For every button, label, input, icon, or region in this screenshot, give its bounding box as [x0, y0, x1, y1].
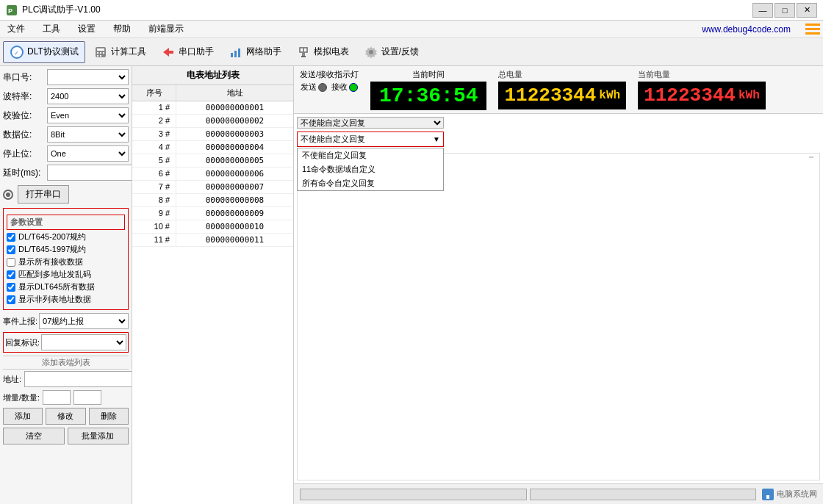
bottom-bar: 电脑系统网: [294, 483, 823, 504]
dropdown-item-2[interactable]: 11命令数据域自定义: [298, 162, 443, 176]
table-row[interactable]: 9 # 000000000009: [132, 207, 293, 220]
time-section: 当前时间 17:36:54: [370, 69, 486, 110]
event-select[interactable]: 07规约上报: [39, 313, 129, 329]
current-energy-label: 当前电量: [638, 69, 766, 80]
table-row[interactable]: 1 # 000000000001: [132, 101, 293, 115]
serial-select[interactable]: [47, 69, 129, 85]
serial-row: 串口号:: [3, 69, 129, 85]
add-button[interactable]: 添加: [3, 408, 43, 425]
checkbox-2007-input[interactable]: [7, 233, 15, 242]
checkbox-nonlist-input[interactable]: [7, 295, 15, 304]
toolbar-serial[interactable]: 串口助手: [154, 41, 220, 63]
table-row[interactable]: 7 # 000000000007: [132, 181, 293, 194]
time-display: 17:36:54: [370, 82, 486, 110]
table-row[interactable]: 2 # 000000000002: [132, 115, 293, 128]
table-row[interactable]: 3 # 000000000003: [132, 128, 293, 141]
checkbox-showall-label: 显示所有接收数据: [18, 256, 83, 267]
toolbar-settings[interactable]: 设置/反馈: [357, 41, 425, 63]
checkbox-1997-input[interactable]: [7, 245, 15, 254]
toolbar-meter[interactable]: 模拟电表: [290, 41, 356, 63]
menu-settings[interactable]: 设置: [73, 21, 100, 37]
action-row1: 添加 修改 删除: [3, 408, 129, 425]
svg-rect-23: [766, 495, 769, 499]
checkbox-nonlist-label: 显示非列表地址数据: [18, 294, 91, 305]
cell-num: 10 #: [132, 220, 176, 233]
stopbits-select[interactable]: One: [47, 145, 129, 162]
clear-button[interactable]: 清空: [3, 428, 65, 444]
svg-rect-7: [100, 52, 101, 54]
dropdown-header[interactable]: 不使能自定义回复 ▼: [297, 132, 444, 147]
menu-url: www.debug4code.com: [702, 24, 791, 35]
current-energy-value: 11223344: [644, 84, 736, 107]
addr-label: 地址:: [3, 374, 21, 385]
table-row[interactable]: 5 # 000000000005: [132, 154, 293, 168]
table-row[interactable]: 6 # 000000000006: [132, 168, 293, 181]
dropdown-item-3[interactable]: 所有命令自定义回复: [298, 176, 443, 190]
parity-label: 校验位:: [3, 109, 47, 122]
total-energy-unit: kWh: [599, 89, 620, 102]
current-energy-display: 11223344 kWh: [638, 82, 766, 109]
cell-addr: 000000000003: [176, 128, 293, 140]
addr-input[interactable]: 000000000002: [24, 371, 132, 387]
svg-marker-22: [764, 490, 772, 493]
stopbits-label: 停止位:: [3, 148, 47, 160]
checkbox-match-input[interactable]: [7, 270, 15, 279]
shield-icon: ✓: [10, 45, 24, 60]
progress-bar-1: [300, 489, 527, 500]
menu-frontend[interactable]: 前端显示: [144, 21, 188, 37]
databits-label: 数据位:: [3, 129, 47, 141]
meter-table-panel: 电表地址列表 序号 地址 1 # 000000000001 2 # 000000…: [132, 66, 294, 504]
params-box: 参数设置 DL/T645-2007规约 DL/T645-1997规约 显示所有接…: [3, 208, 129, 310]
parity-select[interactable]: Even: [47, 107, 129, 123]
svg-rect-13: [234, 51, 237, 57]
close-button[interactable]: ✕: [797, 3, 817, 18]
send-indicator: 发送: [301, 82, 327, 93]
display-area: 发送/接收指示灯 发送 接收 当前时间 17:36:54: [294, 66, 823, 114]
table-row[interactable]: 10 # 000000000010: [132, 220, 293, 234]
right-panel: 发送/接收指示灯 发送 接收 当前时间 17:36:54: [294, 66, 823, 504]
watermark-icon: [762, 489, 774, 500]
delay-label: 延时(ms):: [3, 167, 47, 179]
indicator-box: 发送/接收指示灯 发送 接收: [300, 69, 359, 110]
edit-button[interactable]: 修改: [46, 408, 85, 425]
toolbar-network[interactable]: 网络助手: [222, 41, 288, 63]
open-serial-button[interactable]: 打开串口: [18, 185, 69, 204]
menu-file[interactable]: 文件: [3, 21, 29, 37]
response-scrollbar[interactable]: [809, 156, 813, 158]
incr-input2[interactable]: 10: [73, 390, 101, 405]
bar-icon: [229, 45, 243, 60]
cell-num: 5 #: [132, 154, 176, 167]
svg-rect-14: [238, 48, 240, 57]
menu-tools[interactable]: 工具: [38, 21, 65, 37]
checkbox-2007: DL/T645-2007规约: [7, 231, 125, 242]
incr-input1[interactable]: 1: [43, 390, 71, 405]
dropdown-item-1[interactable]: 不使能自定义回复: [298, 148, 443, 162]
params-title: 参数设置: [7, 215, 125, 230]
dropdown-arrow-icon: ▼: [430, 135, 443, 143]
databits-select[interactable]: 8Bit: [47, 126, 129, 143]
menu-help[interactable]: 帮助: [109, 21, 135, 37]
reply-select[interactable]: [41, 334, 126, 350]
maximize-button[interactable]: □: [775, 3, 795, 18]
action-row2: 清空 批量添加: [3, 428, 129, 444]
toolbar-calc[interactable]: 计算工具: [87, 41, 153, 63]
svg-text:P: P: [8, 7, 12, 15]
checkbox-showall-input[interactable]: [7, 258, 15, 267]
table-row[interactable]: 11 # 000000000011: [132, 234, 293, 247]
reply-label: 回复标识:: [5, 337, 40, 348]
cell-num: 8 #: [132, 194, 176, 206]
checkbox-dlt645-input[interactable]: [7, 283, 15, 292]
toolbar-dlt-test[interactable]: ✓ DLT协议测试: [3, 41, 85, 63]
delete-button[interactable]: 删除: [89, 408, 129, 425]
cell-addr: 000000000008: [176, 194, 293, 206]
table-row[interactable]: 4 # 000000000004: [132, 141, 293, 154]
batch-add-button[interactable]: 批量添加: [68, 428, 129, 444]
minimize-button[interactable]: —: [752, 3, 773, 18]
table-row[interactable]: 8 # 000000000008: [132, 194, 293, 207]
delay-input[interactable]: 100: [47, 165, 132, 181]
baud-select[interactable]: 2400: [47, 88, 129, 104]
current-energy-unit: kWh: [738, 89, 760, 102]
cmd-select[interactable]: 不使能自定义回复 11命令数据域自定义 所有命令自定义回复: [297, 117, 444, 129]
arrow-icon: [161, 45, 176, 60]
checkbox-showall: 显示所有接收数据: [7, 256, 125, 267]
